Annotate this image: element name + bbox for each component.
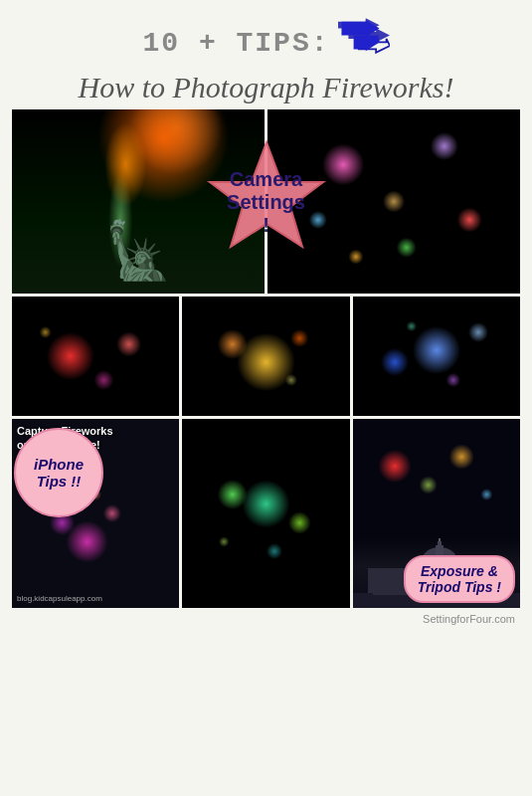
photo-red-burst <box>12 297 179 416</box>
photo-blue-burst <box>353 297 520 416</box>
header-area: 10 + TIPS: How to Photograph Fireworks! <box>12 10 520 109</box>
exposure-line1: Exposure & <box>418 563 501 579</box>
row1: Camera Settings ! <box>12 109 520 294</box>
exposure-line2: Tripod Tips ! <box>418 579 501 595</box>
photo-multicolor-fireworks <box>267 109 520 294</box>
title-top-text: 10 + TIPS: <box>142 28 329 59</box>
svg-rect-15 <box>438 541 442 547</box>
title-sub: How to Photograph Fireworks! <box>12 70 520 105</box>
photo-yellow-burst <box>182 297 349 416</box>
photo-statue-liberty <box>12 109 265 294</box>
page-wrapper: 10 + TIPS: How to Photograph Fireworks! <box>0 0 532 796</box>
exposure-badge: Exposure & Tripod Tips ! <box>404 555 515 603</box>
iphone-label: iPhone <box>34 456 84 473</box>
blog-credit: blog.kidcapsuleapp.com <box>17 594 102 603</box>
title-top: 10 + TIPS: <box>12 18 520 68</box>
iphone-tips-label: Tips !! <box>34 473 84 490</box>
svg-rect-10 <box>368 568 408 593</box>
bottom-credit: SettingforFour.com <box>12 613 520 625</box>
arrow-icon <box>338 18 390 68</box>
row2 <box>12 297 520 416</box>
iphone-tips-badge: iPhone Tips !! <box>14 428 103 517</box>
photo-green-burst <box>182 419 349 608</box>
